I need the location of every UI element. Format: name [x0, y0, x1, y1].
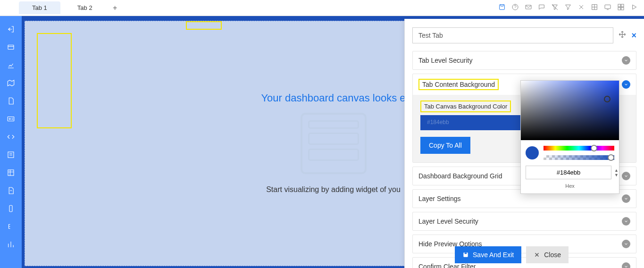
alpha-slider[interactable]: [544, 155, 614, 160]
saturation-cursor[interactable]: [604, 96, 611, 102]
section-label: Tab Level Security: [418, 57, 472, 64]
card-icon[interactable]: [6, 42, 16, 52]
section-label: Tab Content Background: [418, 79, 499, 90]
svg-rect-0: [500, 5, 505, 10]
chevron-down-icon: [622, 217, 630, 226]
hue-slider[interactable]: [544, 146, 614, 151]
tools-icon[interactable]: [576, 2, 586, 12]
tab-name-input[interactable]: [412, 27, 613, 43]
chevron-down-icon: [622, 56, 630, 65]
section-layer-security[interactable]: Layer Level Security: [413, 212, 636, 230]
tab-bar: Tab 1 Tab 2 +: [0, 0, 644, 16]
highlight-top: [186, 21, 222, 30]
canvas-bg-color-label: Tab Canvas Background Color: [421, 101, 510, 111]
code-icon[interactable]: [6, 132, 16, 142]
chevron-down-icon: [622, 80, 630, 89]
tab-2[interactable]: Tab 2: [64, 1, 106, 14]
tree-icon[interactable]: [6, 222, 16, 231]
svg-rect-12: [8, 152, 14, 158]
footer: Save And Exit Close: [455, 246, 569, 263]
screen-icon[interactable]: [602, 2, 613, 12]
table-icon[interactable]: [6, 168, 16, 177]
hex-input[interactable]: [526, 166, 611, 179]
format-stepper[interactable]: ▲▼: [614, 168, 619, 177]
section-label: Layer Level Security: [418, 218, 478, 225]
form-icon[interactable]: [6, 150, 16, 159]
grid-icon[interactable]: [589, 2, 600, 12]
section-label: Dashboard Background Grid: [418, 172, 502, 180]
alpha-thumb[interactable]: [608, 154, 614, 161]
chevron-down-icon: [622, 172, 630, 180]
tab-1[interactable]: Tab 1: [19, 1, 60, 14]
bar-icon[interactable]: [6, 240, 16, 249]
chevron-down-icon: [622, 262, 630, 268]
map-icon[interactable]: [6, 78, 16, 88]
section-label: Layer Settings: [418, 195, 461, 202]
copy-to-all-button[interactable]: Copy To All: [420, 137, 470, 154]
button-label: Close: [544, 251, 561, 259]
svg-rect-7: [618, 8, 620, 10]
chart-icon[interactable]: [6, 60, 16, 70]
color-swatch-input[interactable]: #184ebb: [420, 115, 524, 130]
svg-rect-4: [605, 5, 611, 8]
color-picker: ▲▼ Hex: [520, 80, 619, 194]
filter-off-icon[interactable]: [550, 2, 560, 12]
hue-thumb[interactable]: [591, 145, 597, 151]
top-toolbar: [497, 2, 639, 12]
svg-rect-5: [618, 4, 620, 7]
close-panel-button[interactable]: ×: [631, 31, 636, 41]
svg-rect-2: [526, 5, 531, 9]
svg-rect-13: [8, 170, 14, 176]
exit-icon[interactable]: [6, 25, 16, 34]
svg-rect-8: [621, 8, 624, 10]
chevron-down-icon: [622, 240, 630, 248]
svg-point-11: [9, 118, 10, 120]
mail-icon[interactable]: [523, 2, 534, 12]
help-icon[interactable]: [510, 2, 520, 12]
comment-icon[interactable]: [536, 2, 547, 12]
close-button[interactable]: Close: [526, 246, 569, 263]
add-tab-button[interactable]: +: [109, 2, 121, 14]
highlight-left: [37, 33, 72, 128]
hex-label: Hex: [521, 183, 619, 193]
id-icon[interactable]: [6, 114, 16, 124]
page-icon[interactable]: [6, 186, 16, 195]
svg-rect-9: [8, 45, 14, 50]
color-preview: [526, 146, 539, 159]
svg-rect-10: [8, 117, 14, 121]
filter-icon[interactable]: [563, 2, 573, 12]
button-label: Save And Exit: [473, 251, 514, 259]
save-icon[interactable]: [497, 2, 507, 12]
canvas-placeholder-icon: [301, 113, 367, 174]
phone-icon[interactable]: [6, 204, 16, 213]
save-and-exit-button[interactable]: Save And Exit: [455, 246, 521, 263]
svg-rect-6: [621, 4, 624, 7]
play-icon[interactable]: [629, 2, 639, 12]
section-tab-security[interactable]: Tab Level Security: [413, 51, 636, 69]
saturation-field[interactable]: [521, 81, 619, 140]
move-icon[interactable]: [618, 30, 627, 41]
chevron-down-icon: [622, 194, 630, 203]
section-label: Confirm Clear Filter: [418, 263, 476, 268]
dashboard-icon[interactable]: [616, 2, 626, 12]
svg-rect-16: [465, 252, 467, 254]
left-rail: [0, 16, 22, 268]
doc-icon[interactable]: [6, 96, 16, 106]
svg-rect-14: [9, 205, 12, 212]
